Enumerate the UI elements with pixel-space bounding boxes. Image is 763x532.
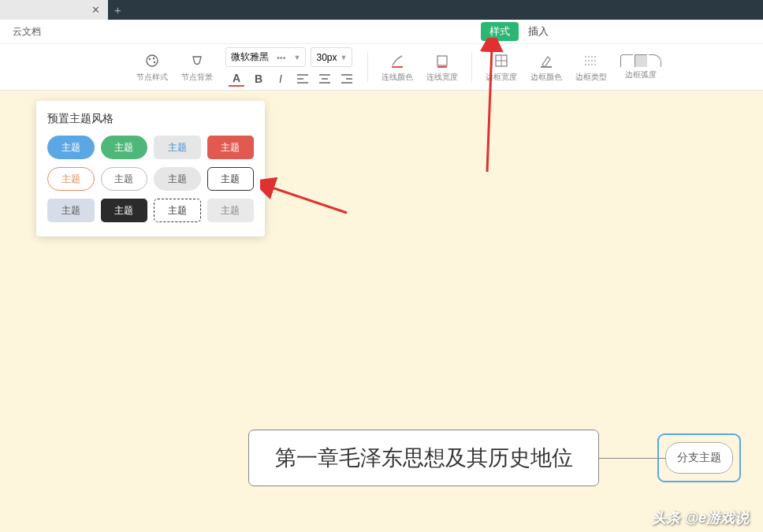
theme-preset-1[interactable]: 主题 [47,136,95,159]
palette-icon [143,52,161,69]
font-size-select[interactable]: 30px ▼ [311,47,352,67]
align-center-icon[interactable] [317,71,333,87]
close-icon[interactable]: ✕ [91,4,100,16]
theme-preset-12[interactable]: 主题 [207,199,255,222]
font-color-button[interactable]: A [229,71,244,87]
tab-bar: ✕ + [0,0,763,20]
svg-point-0 [147,55,158,66]
annotation-arrow-icon [471,38,519,180]
mindmap-root-node[interactable]: 第一章毛泽东思想及其历史地位 [248,430,599,486]
theme-preset-9[interactable]: 主题 [47,199,95,222]
theme-preset-10[interactable]: 主题 [101,199,148,222]
add-tab-button[interactable]: + [108,3,128,17]
theme-preset-5[interactable]: 主题 [47,167,95,191]
divider [367,51,368,83]
border-radius-group[interactable]: 边框弧度 [616,44,665,90]
theme-preset-7[interactable]: 主题 [154,167,201,191]
theme-preset-11[interactable]: 主题 [154,199,201,222]
theme-preset-8[interactable]: 主题 [207,167,255,191]
theme-preset-panel: 预置主题风格 主题 主题 主题 主题 主题 主题 主题 主题 主题 主题 主题 … [36,101,265,236]
bold-button[interactable]: B [251,71,266,87]
app-label: 云文档 [3,25,50,39]
svg-rect-5 [437,56,447,65]
svg-point-3 [154,61,155,62]
corner-radius-icon [620,54,661,67]
border-color-group[interactable]: 边框颜色 [527,44,566,90]
node-style-group[interactable]: 节点样式 [132,44,172,90]
theme-preset-2[interactable]: 主题 [101,136,148,159]
border-color-icon [538,52,555,69]
menu-insert[interactable]: 插入 [519,21,558,42]
italic-button[interactable]: I [273,71,288,87]
theme-preset-3[interactable]: 主题 [154,136,201,159]
align-left-icon[interactable] [295,71,311,87]
panel-title: 预置主题风格 [47,112,254,126]
menu-bar: 云文档 样式 插入 [0,20,763,44]
line-width-group[interactable]: 连线宽度 [422,44,462,90]
font-family-select[interactable]: 微软雅黑 ••• ▼ [225,47,306,67]
mindmap-branch-node[interactable]: 分支主题 [665,442,733,474]
node-connector [599,458,665,459]
more-icon: ••• [277,53,286,62]
browser-tab[interactable]: ✕ [0,0,108,20]
node-bg-group[interactable]: 节点背景 [177,44,217,90]
bucket-icon [188,52,206,69]
svg-point-1 [149,58,151,59]
align-right-icon[interactable] [339,71,355,87]
line-width-icon [434,52,451,69]
watermark-text: 头条 @e游戏说 [652,508,749,527]
line-color-group[interactable]: 连线颜色 [378,44,417,90]
theme-preset-4[interactable]: 主题 [207,136,255,159]
line-color-icon [389,52,406,69]
chevron-down-icon: ▼ [294,54,301,61]
toolbar: 节点样式 节点背景 微软雅黑 ••• ▼ 30px ▼ A B I [0,44,763,91]
chevron-down-icon: ▼ [341,54,348,61]
theme-preset-6[interactable]: 主题 [101,167,148,191]
svg-rect-8 [541,66,552,68]
svg-point-2 [153,57,154,58]
svg-rect-6 [437,66,447,68]
border-type-icon [582,52,600,69]
border-type-group[interactable]: 边框类型 [571,44,611,90]
svg-rect-4 [392,66,403,68]
annotation-arrow-icon [260,177,355,225]
